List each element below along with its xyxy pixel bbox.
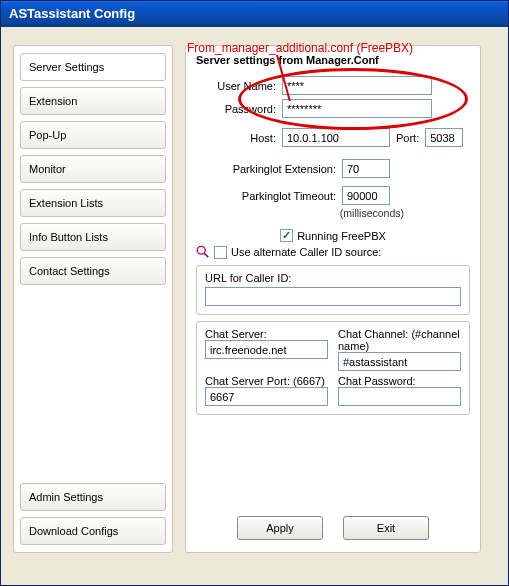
parkinglot-timeout-label: Parkinglot Timeout: xyxy=(196,190,336,202)
host-input[interactable] xyxy=(282,128,390,147)
sidebar-item-monitor[interactable]: Monitor xyxy=(20,155,166,183)
sidebar-item-admin-settings[interactable]: Admin Settings xyxy=(20,483,166,511)
port-input[interactable] xyxy=(425,128,463,147)
chat-port-label: Chat Server Port: (6667) xyxy=(205,375,325,387)
parkinglot-timeout-input[interactable] xyxy=(342,186,390,205)
url-callerid-label: URL for Caller ID: xyxy=(205,272,291,284)
chat-channel-input[interactable] xyxy=(338,352,461,371)
parkinglot-ext-input[interactable] xyxy=(342,159,390,178)
button-row: Apply Exit xyxy=(186,516,480,540)
chat-password-label: Chat Password: xyxy=(338,375,416,387)
sidebar-item-extension-lists[interactable]: Extension Lists xyxy=(20,189,166,217)
svg-line-2 xyxy=(204,253,208,257)
main-panel: Server settings from Manager.Conf User N… xyxy=(185,45,481,553)
apply-button[interactable]: Apply xyxy=(237,516,323,540)
sidebar: Server Settings Extension Pop-Up Monitor… xyxy=(13,45,173,553)
magnifier-icon xyxy=(196,245,210,259)
alt-callerid-label: Use alternate Caller ID source: xyxy=(231,246,381,258)
running-freepbx-checkbox[interactable]: ✓ xyxy=(280,229,293,242)
username-input[interactable] xyxy=(282,76,432,95)
body: Server Settings Extension Pop-Up Monitor… xyxy=(1,27,508,565)
app-window: ASTassistant Config From_manager_additio… xyxy=(0,0,509,586)
chat-channel-label: Chat Channel: (#channel name) xyxy=(338,328,460,352)
parkinglot-ext-label: Parkinglot Extension: xyxy=(196,163,336,175)
running-freepbx-label: Running FreePBX xyxy=(297,230,386,242)
chat-server-input[interactable] xyxy=(205,340,328,359)
window-title: ASTassistant Config xyxy=(9,6,135,21)
chat-fieldset: Chat Server: Chat Channel: (#channel nam… xyxy=(196,321,470,415)
titlebar: ASTassistant Config xyxy=(1,1,508,27)
alt-callerid-checkbox[interactable] xyxy=(214,246,227,259)
exit-button[interactable]: Exit xyxy=(343,516,429,540)
callerid-fieldset: URL for Caller ID: xyxy=(196,265,470,315)
sidebar-item-extension[interactable]: Extension xyxy=(20,87,166,115)
password-label: Password: xyxy=(196,103,276,115)
url-callerid-input[interactable] xyxy=(205,287,461,306)
port-label: Port: xyxy=(396,132,419,144)
host-label: Host: xyxy=(196,132,276,144)
sidebar-item-contact-settings[interactable]: Contact Settings xyxy=(20,257,166,285)
sidebar-item-info-button-lists[interactable]: Info Button Lists xyxy=(20,223,166,251)
sidebar-item-popup[interactable]: Pop-Up xyxy=(20,121,166,149)
milliseconds-label: (milliseconds) xyxy=(196,207,470,219)
svg-point-1 xyxy=(197,246,205,254)
username-label: User Name: xyxy=(196,80,276,92)
sidebar-item-download-configs[interactable]: Download Configs xyxy=(20,517,166,545)
sidebar-item-server-settings[interactable]: Server Settings xyxy=(20,53,166,81)
password-input[interactable] xyxy=(282,99,432,118)
chat-server-label: Chat Server: xyxy=(205,328,267,340)
chat-port-input[interactable] xyxy=(205,387,328,406)
panel-heading: Server settings from Manager.Conf xyxy=(196,54,470,66)
chat-password-input[interactable] xyxy=(338,387,461,406)
